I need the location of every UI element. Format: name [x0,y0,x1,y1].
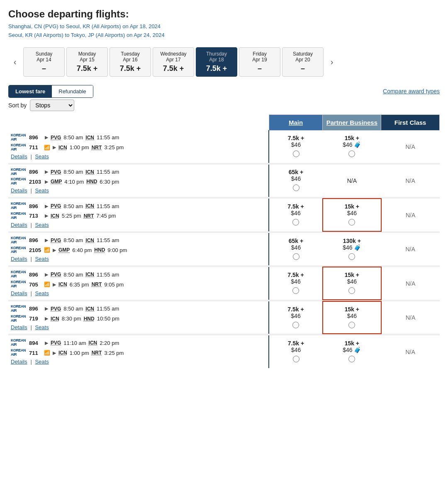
airline-logo: KOREANAIR [11,212,26,220]
main-price-cell: 7.5k + $46 [269,335,323,368]
luggage-icon: 🧳 [354,244,361,251]
partner-price-cell: 15k + $46 🧳 [323,130,381,163]
next-date-arrow[interactable]: › [325,47,338,76]
date-tab-sat[interactable]: Saturday Apr 20 – [282,47,324,77]
partner-price-cell: 15k + $46 🧳 [323,335,381,368]
partner-radio[interactable] [348,150,355,157]
arr-time: 2:20 pm [100,340,119,346]
flight-number: 896 [29,203,42,209]
dep-airport: PVG [51,238,61,243]
refundable-button[interactable]: Refundable [52,85,93,97]
seats-link[interactable]: Seats [35,187,49,194]
flight-number: 713 [29,213,42,219]
airline-logo: KOREANAIR [11,168,26,176]
table-row: KOREANAIR 896 ▶ PVG 8:50 am ICN 11:55 am… [8,130,440,163]
seats-link[interactable]: Seats [35,324,49,330]
arr-airport: HND [94,247,105,253]
partner-cash: $46 [326,210,378,216]
details-link[interactable]: Details [11,187,27,194]
lowest-fare-button[interactable]: Lowest fare [9,85,52,97]
date-tab-fri[interactable]: Friday Apr 19 – [239,47,280,77]
video-icon: ▶ [45,306,48,311]
main-points: 7.5k + [272,203,320,210]
date-tab-tue[interactable]: Tuesday Apr 16 7.5k + [110,47,151,77]
arr-time: 7:45 pm [96,213,116,219]
partner-radio[interactable] [348,219,355,226]
partner-radio[interactable] [348,253,355,260]
main-radio[interactable] [293,150,299,157]
seats-link[interactable]: Seats [35,256,49,262]
details-link[interactable]: Details [11,290,27,296]
video-icon: ▶ [45,213,48,218]
details-link[interactable]: Details [11,256,27,262]
partner-points: 15k + [325,340,379,347]
prev-date-arrow[interactable]: ‹ [8,47,22,76]
video-icon: ▶ [45,179,48,184]
main-radio[interactable] [293,184,299,191]
arr-airport: ICN [89,340,97,346]
dep-time: 11:10 am [63,340,86,346]
table-row: KOREANAIR 896 ▶ PVG 8:50 am ICN 11:55 am… [8,165,440,197]
arr-airport: NRT [92,350,102,356]
arr-airport: ICN [85,135,94,141]
details-link[interactable]: Details [11,153,27,160]
partner-points: 15k + [326,306,378,313]
date-tab-sun[interactable]: Sunday Apr 14 – [23,47,65,77]
arr-time: 11:55 am [97,203,119,209]
luggage-icon: 🧳 [354,141,361,148]
dep-time: 8:30 pm [62,315,81,322]
wifi-icon: 📶 [44,247,50,253]
main-points: 7.5k + [272,135,320,141]
first-na: N/A [405,349,415,355]
date-tab-mon[interactable]: Monday Apr 15 7.5k + [66,47,108,77]
seats-link[interactable]: Seats [35,359,49,365]
table-row: KOREANAIR 896 ▶ PVG 8:50 am ICN 11:55 am… [8,267,440,300]
flight-number: 896 [29,306,42,312]
dep-time: 4:10 pm [64,179,84,185]
controls-left: Lowest fare Refundable [8,85,93,98]
flight-info-cell: KOREANAIR 896 ▶ PVG 8:50 am ICN 11:55 am… [8,267,269,300]
partner-radio[interactable] [348,287,355,294]
partner-radio[interactable] [348,356,355,362]
arr-airport: ICN [85,203,94,209]
details-link[interactable]: Details [11,222,27,228]
partner-radio[interactable] [348,322,355,328]
first-class-cell: N/A [381,199,440,231]
flight-table: Main Partner Business First Class KOREAN… [8,114,440,368]
airline-logo: KOREANAIR [11,177,26,186]
dep-airport: GMP [51,179,62,184]
flight-number: 2103 [29,179,42,185]
main-radio[interactable] [292,219,299,226]
page-title: Choose departing flights: [8,8,440,20]
main-radio[interactable] [292,322,299,328]
dep-time: 5:25 pm [62,213,81,219]
main-price-cell: 7.5k + $46 [269,130,323,163]
arr-time: 11:55 am [97,169,119,175]
date-tab-thu[interactable]: Thursday Apr 18 7.5k + [196,47,237,77]
dep-airport: PVG [51,306,61,312]
partner-cash: $46 [326,278,378,285]
airline-logo: KOREANAIR [11,270,26,279]
main-radio[interactable] [292,287,299,294]
arr-airport: NRT [92,281,102,287]
date-tab-wed[interactable]: Wednesday Apr 17 7.5k + [153,47,194,77]
seats-link[interactable]: Seats [35,153,49,160]
partner-price-cell: N/A [323,165,381,197]
seats-link[interactable]: Seats [35,290,49,296]
first-class-cell: N/A [381,233,440,266]
compare-award-types-link[interactable]: Compare award types [383,88,440,95]
sort-select[interactable]: Stops Price Duration [30,99,74,111]
seats-link[interactable]: Seats [35,222,49,228]
first-class-cell: N/A [381,335,440,368]
main-points: 65k + [272,238,320,244]
details-link[interactable]: Details [11,359,27,365]
luggage-icon: 🧳 [354,347,361,353]
table-row: KOREANAIR 896 ▶ PVG 8:50 am ICN 11:55 am… [8,233,440,266]
arr-time: 9:05 pm [104,281,124,288]
main-radio[interactable] [293,253,299,260]
details-link[interactable]: Details [11,324,27,330]
arr-time: 6:30 pm [100,179,119,185]
main-points: 7.5k + [272,272,320,278]
main-radio[interactable] [293,356,299,362]
dep-time: 6:40 pm [72,247,92,253]
